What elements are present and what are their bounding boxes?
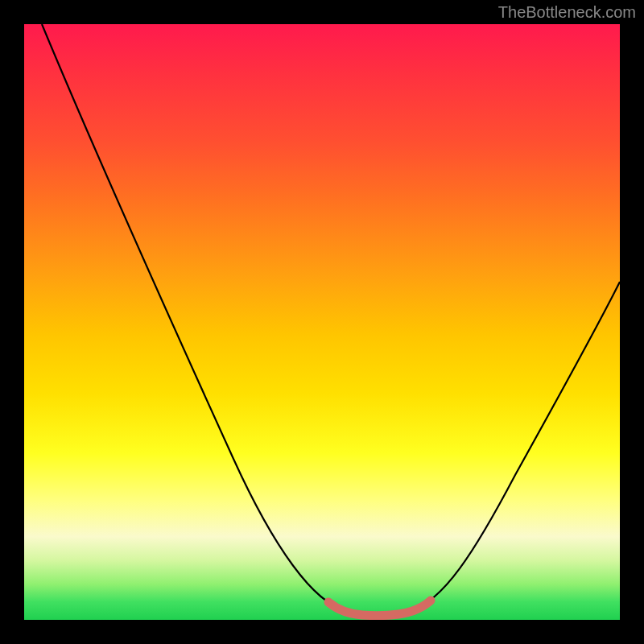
highlight-band-line	[328, 601, 431, 616]
watermark-text: TheBottleneck.com	[498, 3, 636, 22]
bottleneck-curve-line	[42, 24, 620, 615]
chart-svg	[24, 24, 620, 620]
chart-plot-area	[24, 24, 620, 620]
